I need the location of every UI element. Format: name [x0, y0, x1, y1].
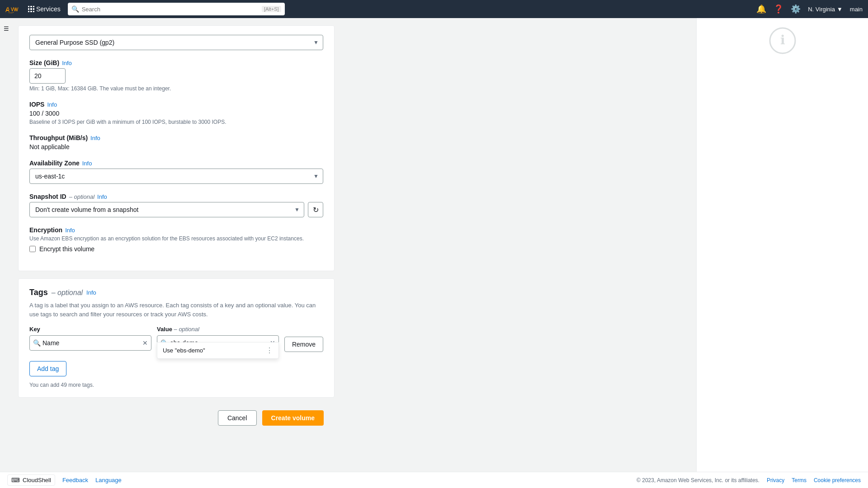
create-volume-button[interactable]: Create volume	[262, 410, 324, 426]
tag-key-col: Key 🔍 ✕	[29, 326, 151, 351]
privacy-link[interactable]: Privacy	[767, 477, 784, 483]
snapshot-refresh-button[interactable]: ↻	[308, 202, 323, 217]
language-link[interactable]: Language	[95, 477, 122, 483]
tag-key-input[interactable]	[29, 335, 151, 351]
top-navigation: Services 🔍 [Alt+S] 🔔 ❓ ⚙️ N. Virginia ▼ …	[0, 0, 868, 18]
tags-info-link[interactable]: Info	[86, 289, 96, 296]
az-info-link[interactable]: Info	[82, 160, 92, 167]
throughput-label-row: Throughput (MiB/s) Info	[29, 134, 323, 141]
cloudshell-icon: ⌨	[11, 477, 20, 483]
tags-title-text: Tags	[29, 288, 48, 297]
az-wrapper: us-east-1c us-east-1a us-east-1b us-east…	[29, 169, 323, 184]
account-label[interactable]: main	[850, 6, 863, 13]
tags-row: Key 🔍 ✕ Value – optional 🔍	[29, 326, 323, 352]
cancel-button[interactable]: Cancel	[218, 410, 257, 426]
grid-icon	[28, 6, 34, 12]
encryption-info-link[interactable]: Info	[65, 227, 75, 234]
suggestion-scroll: Use "ebs-demo" ⋮	[157, 343, 278, 358]
cookies-link[interactable]: Cookie preferences	[814, 477, 861, 483]
tag-value-suggestion-dropdown: Use "ebs-demo" ⋮	[157, 342, 279, 359]
add-tag-button[interactable]: Add tag	[29, 361, 66, 376]
region-chevron: ▼	[837, 6, 843, 13]
snapshot-row: Don't create volume from a snapshot ▼ ↻	[29, 202, 323, 217]
iops-label-row: IOPS Info	[29, 101, 323, 108]
services-menu[interactable]: Services	[24, 4, 64, 14]
snapshot-label: Snapshot ID	[29, 193, 66, 200]
encryption-desc: Use Amazon EBS encryption as an encrypti…	[29, 235, 323, 242]
size-info-link[interactable]: Info	[62, 60, 72, 66]
copyright-text: © 2023, Amazon Web Services, Inc. or its…	[637, 477, 760, 483]
snapshot-field: Snapshot ID – optional Info Don't create…	[29, 193, 323, 217]
aws-logo[interactable]	[5, 5, 19, 13]
region-selector[interactable]: N. Virginia ▼	[808, 6, 843, 13]
search-bar[interactable]: 🔍 [Alt+S]	[68, 3, 285, 15]
volume-type-wrapper: General Purpose SSD (gp2) ▼	[29, 35, 323, 50]
encryption-label-row: Encryption Info	[29, 226, 323, 234]
az-label: Availability Zone	[29, 160, 80, 167]
cloudshell-label: CloudShell	[23, 477, 51, 483]
search-shortcut: [Alt+S]	[262, 6, 281, 12]
snapshot-optional: – optional	[69, 193, 94, 200]
throughput-value: Not applicable	[29, 143, 323, 150]
volume-type-select[interactable]: General Purpose SSD (gp2)	[29, 35, 323, 50]
bottom-left: ⌨ CloudShell Feedback Language	[7, 474, 122, 486]
volume-type-section: General Purpose SSD (gp2) ▼ Size (GiB) I…	[18, 25, 335, 271]
tag-value-col: Value – optional 🔍 ✕ Use "ebs-demo"	[157, 326, 279, 351]
content-area: General Purpose SSD (gp2) ▼ Size (GiB) I…	[0, 18, 696, 488]
tag-key-search-icon: 🔍	[33, 339, 41, 347]
snapshot-select[interactable]: Don't create volume from a snapshot	[29, 202, 304, 217]
encrypt-label[interactable]: Encrypt this volume	[39, 245, 94, 253]
tags-desc: A tag is a label that you assign to an A…	[29, 301, 323, 319]
iops-label: IOPS	[29, 101, 44, 108]
tag-key-label: Key	[29, 326, 151, 333]
iops-hint: Baseline of 3 IOPS per GiB with a minimu…	[29, 119, 323, 125]
terms-link[interactable]: Terms	[792, 477, 807, 483]
tag-key-wrapper: 🔍 ✕	[29, 335, 151, 351]
search-icon: 🔍	[71, 5, 79, 13]
throughput-info-link[interactable]: Info	[90, 135, 100, 141]
availability-zone-field: Availability Zone Info us-east-1c us-eas…	[29, 160, 323, 184]
right-panel: ℹ	[696, 18, 868, 488]
volume-type-field: General Purpose SSD (gp2) ▼	[29, 35, 323, 50]
remove-tag-button[interactable]: Remove	[284, 337, 323, 352]
snapshot-label-row: Snapshot ID – optional Info	[29, 193, 323, 200]
encrypt-volume-checkbox[interactable]	[29, 246, 36, 252]
region-label: N. Virginia	[808, 6, 835, 13]
feedback-link[interactable]: Feedback	[62, 477, 88, 483]
suggestion-scroll-indicator: ⋮	[266, 346, 273, 355]
tags-section: Tags – optional Info A tag is a label th…	[18, 278, 335, 398]
bottom-right: © 2023, Amazon Web Services, Inc. or its…	[637, 477, 861, 483]
encryption-label: Encryption	[29, 226, 62, 234]
encryption-field: Encryption Info Use Amazon EBS encryptio…	[29, 226, 323, 253]
az-label-row: Availability Zone Info	[29, 160, 323, 167]
tag-value-label: Value – optional	[157, 326, 279, 333]
iops-value: 100 / 3000	[29, 110, 323, 117]
tag-key-clear-button[interactable]: ✕	[142, 339, 149, 347]
iops-info-link[interactable]: Info	[47, 101, 57, 108]
sidebar-toggle[interactable]: ☰	[0, 22, 13, 36]
search-input[interactable]	[82, 6, 259, 13]
nav-right: 🔔 ❓ ⚙️ N. Virginia ▼ main	[756, 4, 863, 14]
settings-icon[interactable]: ⚙️	[791, 4, 801, 14]
size-label: Size (GiB)	[29, 59, 59, 66]
snapshot-info-link[interactable]: Info	[97, 193, 107, 200]
main-content: General Purpose SSD (gp2) ▼ Size (GiB) I…	[0, 18, 868, 488]
suggestion-item[interactable]: Use "ebs-demo" ⋮	[157, 343, 278, 358]
az-select[interactable]: us-east-1c us-east-1a us-east-1b us-east…	[29, 169, 323, 184]
notification-icon[interactable]: 🔔	[756, 4, 766, 14]
svg-text:ℹ: ℹ	[780, 33, 785, 47]
tags-count-hint: You can add 49 more tags.	[29, 382, 323, 388]
tags-title: Tags – optional Info	[29, 288, 323, 297]
cloudshell-button[interactable]: ⌨ CloudShell	[7, 474, 55, 486]
throughput-label: Throughput (MiB/s)	[29, 134, 88, 141]
help-icon[interactable]: ❓	[774, 4, 783, 14]
right-panel-icon: ℹ	[697, 18, 868, 63]
size-input[interactable]	[29, 68, 66, 84]
size-field: Size (GiB) Info Min: 1 GiB, Max: 16384 G…	[29, 59, 323, 92]
encryption-checkbox-row: Encrypt this volume	[29, 245, 323, 253]
suggestion-text: Use "ebs-demo"	[163, 347, 205, 354]
actions-row: Cancel Create volume	[18, 405, 335, 431]
size-hint: Min: 1 GiB, Max: 16384 GiB. The value mu…	[29, 85, 323, 92]
bottom-bar: ⌨ CloudShell Feedback Language © 2023, A…	[0, 472, 868, 488]
snapshot-wrapper: Don't create volume from a snapshot ▼	[29, 202, 304, 217]
